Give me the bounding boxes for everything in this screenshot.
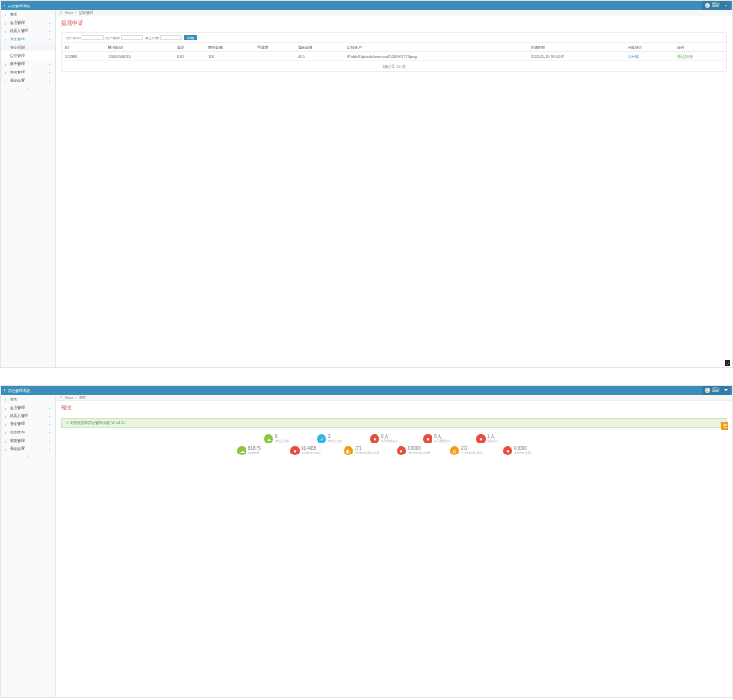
stat-label: 已分发机器人收益 (461, 451, 483, 454)
app-name: 后台管理系统 (8, 388, 30, 393)
screen-dashboard: 后台管理系统 管理员 admin ▸首页▸会员管理⌄▸机器人管理⌄▸资金管理⌄▸… (0, 385, 733, 698)
stat-label: 在线会员 (487, 439, 498, 443)
brand[interactable]: 后台管理系统 (3, 4, 30, 8)
sidebar-item-label: 资金管理 (10, 37, 25, 41)
sidebar-collapse[interactable]: ‹ (1, 453, 55, 461)
sidebar-item-label: 资金管理 (10, 421, 25, 426)
svg-point-1 (706, 389, 708, 391)
crumb-current: 提现管理 (79, 11, 93, 15)
user-menu[interactable]: 管理员 admin (702, 1, 730, 10)
pager: 1条记录 1/1 页 (62, 61, 726, 71)
sidebar-item-4[interactable]: ▸信息发布⌄ (1, 428, 55, 436)
sidebar-item-label: 机器人管理 (10, 28, 28, 33)
sidebar-item-6[interactable]: ▸系统设置⌄ (1, 76, 55, 84)
sidebar-item-3[interactable]: ▸资金管理⌄ (1, 35, 55, 43)
sidebar-item-label: 机器人管理 (10, 413, 28, 418)
stat-card: ◐271累计购买机器人金额 (344, 446, 391, 455)
sidebar-item-1[interactable]: ▸会员管理⌄ (1, 18, 55, 27)
col-header: 手续费 (255, 43, 295, 52)
stat-icon: ◐ (450, 446, 459, 455)
stat-icon: ☁ (264, 434, 273, 443)
stat-card: ☁818.75cash余额 (237, 446, 285, 455)
chevron-down-icon: ⌄ (49, 61, 51, 66)
topbar: 后台管理系统 管理员 admin (1, 386, 732, 395)
sidebar-item-5[interactable]: ▸权限管理⌄ (1, 68, 55, 76)
col-header: 申请时间 (528, 43, 625, 52)
submenu-item-0[interactable]: 资金明细 (1, 43, 55, 51)
stat-card: ♥0.0000累计分红收益金额 (397, 446, 444, 455)
calendar-icon: ▸ (5, 38, 8, 41)
chevron-down-icon: ⌄ (49, 421, 51, 426)
topbar: 后台管理系统 管理员 admin (1, 1, 732, 10)
inp-f3[interactable] (160, 35, 182, 40)
search-button[interactable]: 检索 (184, 35, 197, 40)
col-header: 费用金额 (205, 43, 255, 52)
user-menu[interactable]: 管理员 admin (702, 386, 730, 395)
sidebar-item-0[interactable]: ▸首页 (1, 10, 55, 18)
app-name: 后台管理系统 (8, 4, 30, 8)
content: ⋮ Home › 提现管理 提现申请 用户标识 用户昵称 截止日期 检索 ID帐… (56, 10, 732, 367)
leaf-icon (3, 388, 6, 392)
stat-label: 累计购买机器人金额 (355, 451, 379, 454)
col-header: 帐号标识 (105, 43, 174, 52)
stat-label: 本月新增会员 (434, 439, 451, 443)
crumb-ctrl[interactable]: ⋮ (60, 11, 63, 15)
chevron-down-icon: ⌄ (49, 70, 51, 74)
chevron-down-icon (724, 5, 728, 6)
stat-icon: ✓ (317, 434, 326, 443)
content: ⋮ Home › 首页 预览 ☰ ✓ 欢迎使用本后台管理系统 V2 v4.5.7… (56, 395, 732, 697)
sidebar-item-0[interactable]: ▸首页 (1, 395, 55, 403)
row-actions[interactable]: 通过|拒绝 (674, 52, 726, 61)
inp-f2[interactable] (121, 35, 143, 40)
col-header: 类型 (174, 43, 205, 52)
stat-card: ♥0人本日新增会员 (370, 434, 418, 443)
sidebar-item-1[interactable]: ▸会员管理⌄ (1, 403, 55, 411)
stat-card: ♥16.4965本日机器人收益 (290, 446, 338, 455)
brand[interactable]: 后台管理系统 (3, 388, 30, 393)
dashboard-icon: ▸ (5, 398, 8, 401)
stat-card: ♥0.0000本日分红金额 (503, 446, 551, 455)
submenu-item-1[interactable]: 提现管理 (1, 51, 55, 60)
filterbar: 用户标识 用户昵称 截止日期 检索 (62, 33, 726, 43)
menu-toggle-icon[interactable]: ☰ (721, 422, 728, 430)
crumb-home[interactable]: Home (65, 11, 73, 15)
stat-card: ♥1人在线会员 (476, 434, 524, 443)
chevron-down-icon: ⌄ (49, 20, 51, 25)
text-icon: ▸ (5, 447, 8, 451)
stat-label: 本日新增会员 (381, 439, 398, 443)
stat-label: 实名总人数 (328, 439, 342, 443)
inp-f1[interactable] (82, 35, 104, 40)
chevron-down-icon: ⌄ (49, 78, 51, 82)
sidebar-item-label: 权限管理 (10, 70, 25, 74)
stat-icon: ♥ (476, 434, 486, 443)
stat-label: 累计分红收益金额 (408, 451, 430, 454)
crumb-ctrl[interactable]: ⋮ (60, 396, 63, 399)
sidebar-item-5[interactable]: ▸权限管理⌄ (1, 436, 55, 444)
sidebar-item-2[interactable]: ▸机器人管理⌄ (1, 27, 55, 35)
sidebar-item-3[interactable]: ▸资金管理⌄ (1, 420, 55, 428)
sidebar: ▸首页▸会员管理⌄▸机器人管理⌄▸资金管理⌄▸信息发布⌄▸权限管理⌄▸系统设置⌄… (1, 395, 56, 697)
stat-icon: ♥ (370, 434, 379, 443)
sidebar-item-6[interactable]: ▸系统设置⌄ (1, 444, 55, 453)
fullscreen-icon[interactable]: ⤢ (725, 360, 730, 366)
stat-label: cash余额 (248, 451, 261, 454)
stat-icon: ♥ (290, 446, 300, 455)
sidebar-collapse[interactable]: ‹ (1, 84, 55, 93)
calendar-icon: ▸ (5, 422, 8, 426)
dashboard-stats: ☁6激活总人数✓2实名总人数♥0人本日新增会员♥0人本月新增会员♥1人在线会员 … (56, 431, 732, 459)
alert-text: ✓ 欢迎使用本后台管理系统 V2 v4.5.7 (66, 421, 126, 425)
stat-icon: ♥ (423, 434, 432, 443)
edit-icon: ▸ (5, 29, 8, 33)
data-table: ID帐号标识类型费用金额手续费实际金额提现账户申请时间审核状态操作 524389… (62, 43, 726, 61)
crumb-home[interactable]: Home (65, 396, 73, 399)
stat-label: 本日机器人收益 (301, 451, 321, 454)
breadcrumb: ⋮ Home › 首页 (56, 395, 732, 401)
col-header: 审核状态 (625, 43, 674, 52)
sidebar-item-4[interactable]: ▸账单管理⌄ (1, 60, 55, 68)
sidebar-item-label: 会员管理 (10, 405, 25, 410)
sidebar-item-2[interactable]: ▸机器人管理⌄ (1, 411, 55, 420)
sidebar-item-label: 首页 (10, 397, 17, 401)
stat-label: 本日分红金额 (514, 451, 531, 454)
settings-icon: ▸ (5, 71, 8, 74)
settings-icon: ▸ (5, 439, 8, 443)
